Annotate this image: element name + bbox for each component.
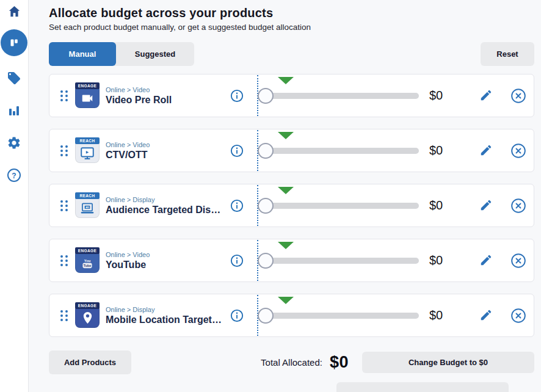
product-name: Video Pre Roll (106, 95, 223, 106)
tag-icon (7, 71, 21, 85)
product-category: Online > Video (106, 251, 223, 258)
slider-thumb[interactable] (258, 198, 274, 214)
product-info: Online > Video YouTube (106, 251, 223, 270)
info-icon[interactable] (230, 199, 244, 212)
suggested-marker-icon (278, 132, 294, 139)
bar-chart-icon (7, 103, 21, 118)
suggested-marker-icon (278, 77, 294, 84)
slider-thumb[interactable] (258, 88, 274, 104)
page-subtitle: Set each product budget manually, or get… (49, 23, 534, 32)
budget-slider[interactable] (257, 130, 419, 171)
total-allocated-label: Total Allocated: (261, 357, 322, 368)
sidebar-item-budget-active[interactable] (1, 29, 27, 56)
product-info: Online > Video Video Pre Roll (106, 86, 223, 106)
edit-pencil-icon[interactable] (479, 253, 494, 268)
budget-amount: $0 (429, 143, 467, 158)
suggested-marker-icon (278, 242, 294, 249)
change-budget-button[interactable]: Change Budget to $0 (362, 352, 534, 373)
toolbar: Manual Suggested Reset (49, 42, 534, 66)
slider-track[interactable] (260, 148, 419, 154)
remove-product-icon[interactable] (510, 143, 526, 159)
sidebar-item-settings[interactable] (7, 136, 21, 150)
product-name: Audience Targeted Dis… (106, 205, 223, 216)
remove-product-icon[interactable] (510, 308, 526, 324)
budget-amount: $0 (429, 198, 467, 212)
slider-track[interactable] (260, 258, 419, 264)
slider-thumb[interactable] (258, 143, 274, 159)
product-name: CTV/OTT (106, 150, 223, 161)
product-name: Mobile Location Target… (106, 314, 223, 325)
product-category: Online > Video (106, 86, 223, 93)
sidebar-item-help[interactable]: ? (7, 168, 21, 183)
slider-thumb[interactable] (258, 253, 274, 269)
help-icon: ? (7, 168, 21, 183)
budget-slider[interactable] (257, 295, 419, 336)
drag-handle-icon[interactable] (60, 145, 68, 156)
edit-pencil-icon[interactable] (479, 198, 494, 213)
sidebar-item-tags[interactable] (7, 71, 21, 85)
product-info: Online > Display Mobile Location Target… (106, 306, 223, 325)
info-icon[interactable] (230, 254, 244, 267)
product-thumbnail: REACH (75, 139, 100, 163)
secondary-action-button-partial[interactable] (336, 382, 509, 392)
budget-amount: $0 (429, 253, 467, 267)
reset-button[interactable]: Reset (481, 42, 534, 66)
product-category: Online > Display (106, 306, 223, 313)
product-thumbnail: ENGAGE YouTube (75, 249, 100, 273)
budget-slider[interactable] (257, 240, 419, 281)
remove-product-icon[interactable] (510, 253, 526, 269)
tab-suggested[interactable]: Suggested (116, 42, 194, 66)
budget-amount: $0 (429, 308, 467, 322)
remove-product-icon[interactable] (510, 88, 526, 104)
product-row: REACH Online > Video CTV/OTT $0 (49, 129, 534, 172)
product-badge: ENGAGE (75, 247, 100, 254)
product-row: ENGAGE Online > Video Video Pre Roll $0 (49, 74, 534, 117)
sidebar: ? (0, 0, 29, 392)
svg-text:AD: AD (85, 206, 89, 209)
mode-toggle: Manual Suggested (49, 42, 194, 66)
info-icon[interactable] (230, 144, 244, 158)
product-row: ENGAGE Online > Display Mobile Location … (49, 294, 534, 337)
budget-amount: $0 (429, 89, 467, 103)
slider-track[interactable] (260, 93, 419, 99)
slider-track[interactable] (260, 203, 419, 209)
svg-text:You: You (84, 258, 91, 262)
info-icon[interactable] (230, 89, 244, 103)
sidebar-item-home[interactable] (7, 4, 21, 18)
remove-product-icon[interactable] (510, 198, 526, 214)
edit-pencil-icon[interactable] (479, 143, 494, 158)
svg-text:Tube: Tube (84, 263, 91, 267)
product-name: YouTube (106, 260, 223, 270)
suggested-marker-icon (278, 297, 294, 304)
main-content: Allocate budget across your products Set… (29, 0, 541, 392)
drag-handle-icon[interactable] (60, 255, 68, 266)
drag-handle-icon[interactable] (60, 200, 68, 211)
tab-manual[interactable]: Manual (49, 42, 116, 66)
suggested-marker-icon (278, 187, 294, 194)
product-row: ENGAGE YouTube Online > Video YouTube $0 (49, 239, 534, 282)
drag-handle-icon[interactable] (60, 310, 68, 321)
add-products-button[interactable]: Add Products (49, 350, 131, 374)
product-badge: REACH (75, 137, 100, 144)
total-allocated-value: $0 (330, 353, 349, 372)
product-category: Online > Video (106, 141, 223, 148)
product-category: Online > Display (106, 196, 223, 203)
slider-track[interactable] (260, 313, 419, 319)
product-info: Online > Video CTV/OTT (106, 141, 223, 161)
product-list: ENGAGE Online > Video Video Pre Roll $0 (49, 74, 534, 337)
edit-pencil-icon[interactable] (479, 308, 494, 323)
info-icon[interactable] (230, 309, 244, 322)
sidebar-item-analytics[interactable] (7, 103, 21, 118)
product-thumbnail: ENGAGE (75, 84, 100, 108)
budget-slider[interactable] (257, 75, 419, 116)
slider-thumb[interactable] (258, 308, 274, 324)
home-icon (7, 4, 21, 18)
budget-slider[interactable] (257, 185, 419, 226)
gear-icon (7, 136, 21, 150)
product-info: Online > Display Audience Targeted Dis… (106, 196, 223, 216)
drag-handle-icon[interactable] (60, 90, 68, 101)
footer-bar: Add Products Total Allocated: $0 Change … (49, 350, 534, 374)
edit-pencil-icon[interactable] (479, 89, 494, 103)
page-title: Allocate budget across your products (49, 6, 534, 20)
product-thumbnail: REACH AD (75, 194, 100, 218)
